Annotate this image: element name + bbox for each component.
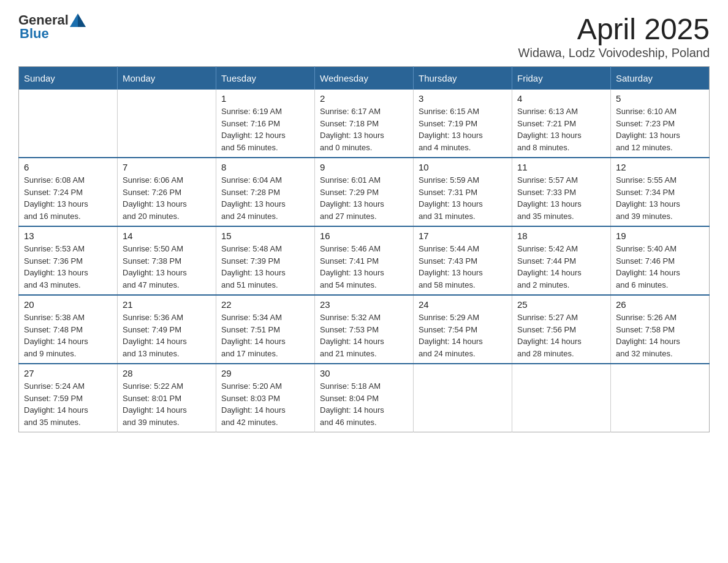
day-info: Sunrise: 5:34 AM Sunset: 7:51 PM Dayligh… <box>221 312 309 359</box>
calendar-cell: 17Sunrise: 5:44 AM Sunset: 7:43 PM Dayli… <box>414 226 512 295</box>
day-number: 16 <box>320 231 408 241</box>
day-number: 25 <box>517 299 605 310</box>
day-number: 10 <box>419 162 507 172</box>
day-number: 4 <box>517 93 605 104</box>
calendar-cell: 30Sunrise: 5:18 AM Sunset: 8:04 PM Dayli… <box>315 364 414 432</box>
day-number: 21 <box>123 299 211 310</box>
day-info: Sunrise: 6:04 AM Sunset: 7:28 PM Dayligh… <box>221 174 309 222</box>
calendar-cell: 13Sunrise: 5:53 AM Sunset: 7:36 PM Dayli… <box>19 226 118 295</box>
title-section: April 2025 Widawa, Lodz Voivodeship, Pol… <box>518 12 710 60</box>
day-info: Sunrise: 5:48 AM Sunset: 7:39 PM Dayligh… <box>221 243 309 291</box>
day-info: Sunrise: 5:42 AM Sunset: 7:44 PM Dayligh… <box>517 243 605 291</box>
calendar-cell: 10Sunrise: 5:59 AM Sunset: 7:31 PM Dayli… <box>414 158 512 226</box>
calendar-cell: 16Sunrise: 5:46 AM Sunset: 7:41 PM Dayli… <box>315 226 414 295</box>
calendar-cell: 11Sunrise: 5:57 AM Sunset: 7:33 PM Dayli… <box>512 158 611 226</box>
day-number: 11 <box>517 162 605 172</box>
day-number: 12 <box>616 162 704 172</box>
day-number: 20 <box>24 299 112 310</box>
day-info: Sunrise: 5:27 AM Sunset: 7:56 PM Dayligh… <box>517 312 605 359</box>
day-info: Sunrise: 6:19 AM Sunset: 7:16 PM Dayligh… <box>221 105 309 153</box>
day-number: 19 <box>616 231 704 241</box>
calendar-cell <box>19 90 118 158</box>
calendar-cell: 7Sunrise: 6:06 AM Sunset: 7:26 PM Daylig… <box>118 158 216 226</box>
day-info: Sunrise: 5:50 AM Sunset: 7:38 PM Dayligh… <box>123 243 211 291</box>
calendar-cell: 20Sunrise: 5:38 AM Sunset: 7:48 PM Dayli… <box>19 295 118 364</box>
day-number: 18 <box>517 231 605 241</box>
calendar-cell: 28Sunrise: 5:22 AM Sunset: 8:01 PM Dayli… <box>118 364 216 432</box>
calendar-cell: 14Sunrise: 5:50 AM Sunset: 7:38 PM Dayli… <box>118 226 216 295</box>
day-number: 1 <box>221 93 309 104</box>
day-info: Sunrise: 5:59 AM Sunset: 7:31 PM Dayligh… <box>419 174 507 222</box>
day-info: Sunrise: 5:57 AM Sunset: 7:33 PM Dayligh… <box>517 174 605 222</box>
logo-icon <box>70 13 86 27</box>
calendar-table: SundayMondayTuesdayWednesdayThursdayFrid… <box>18 66 710 432</box>
day-number: 26 <box>616 299 704 310</box>
day-info: Sunrise: 6:06 AM Sunset: 7:26 PM Dayligh… <box>123 174 211 222</box>
day-number: 8 <box>221 162 309 172</box>
day-number: 15 <box>221 231 309 241</box>
day-number: 9 <box>320 162 408 172</box>
day-info: Sunrise: 5:53 AM Sunset: 7:36 PM Dayligh… <box>24 243 112 291</box>
calendar-day-header: Wednesday <box>315 67 414 90</box>
day-number: 17 <box>419 231 507 241</box>
calendar-cell: 12Sunrise: 5:55 AM Sunset: 7:34 PM Dayli… <box>611 158 710 226</box>
day-number: 27 <box>24 368 112 378</box>
calendar-cell: 22Sunrise: 5:34 AM Sunset: 7:51 PM Dayli… <box>216 295 315 364</box>
day-info: Sunrise: 6:08 AM Sunset: 7:24 PM Dayligh… <box>24 174 112 222</box>
page-header: General Blue April 2025 Widawa, Lodz Voi… <box>18 12 710 60</box>
calendar-week-row: 20Sunrise: 5:38 AM Sunset: 7:48 PM Dayli… <box>19 295 710 364</box>
calendar-cell: 21Sunrise: 5:36 AM Sunset: 7:49 PM Dayli… <box>118 295 216 364</box>
calendar-week-row: 6Sunrise: 6:08 AM Sunset: 7:24 PM Daylig… <box>19 158 710 226</box>
page-title: April 2025 <box>518 12 710 46</box>
day-info: Sunrise: 5:40 AM Sunset: 7:46 PM Dayligh… <box>616 243 704 291</box>
calendar-day-header: Friday <box>512 67 611 90</box>
calendar-header-row: SundayMondayTuesdayWednesdayThursdayFrid… <box>19 67 710 90</box>
calendar-cell <box>512 364 611 432</box>
day-info: Sunrise: 5:36 AM Sunset: 7:49 PM Dayligh… <box>123 312 211 359</box>
day-info: Sunrise: 5:29 AM Sunset: 7:54 PM Dayligh… <box>419 312 507 359</box>
day-info: Sunrise: 5:24 AM Sunset: 7:59 PM Dayligh… <box>24 380 112 428</box>
day-number: 23 <box>320 299 408 310</box>
calendar-cell: 26Sunrise: 5:26 AM Sunset: 7:58 PM Dayli… <box>611 295 710 364</box>
calendar-cell: 5Sunrise: 6:10 AM Sunset: 7:23 PM Daylig… <box>611 90 710 158</box>
day-info: Sunrise: 5:26 AM Sunset: 7:58 PM Dayligh… <box>616 312 704 359</box>
day-info: Sunrise: 6:17 AM Sunset: 7:18 PM Dayligh… <box>320 105 408 153</box>
calendar-cell <box>118 90 216 158</box>
calendar-week-row: 1Sunrise: 6:19 AM Sunset: 7:16 PM Daylig… <box>19 90 710 158</box>
day-number: 13 <box>24 231 112 241</box>
day-number: 22 <box>221 299 309 310</box>
logo: General Blue <box>18 12 86 42</box>
calendar-day-header: Monday <box>118 67 216 90</box>
day-info: Sunrise: 6:15 AM Sunset: 7:19 PM Dayligh… <box>419 105 507 153</box>
day-number: 2 <box>320 93 408 104</box>
day-number: 3 <box>419 93 507 104</box>
page-subtitle: Widawa, Lodz Voivodeship, Poland <box>518 46 710 60</box>
day-number: 28 <box>123 368 211 378</box>
calendar-cell: 24Sunrise: 5:29 AM Sunset: 7:54 PM Dayli… <box>414 295 512 364</box>
day-number: 29 <box>221 368 309 378</box>
day-number: 7 <box>123 162 211 172</box>
calendar-cell: 1Sunrise: 6:19 AM Sunset: 7:16 PM Daylig… <box>216 90 315 158</box>
day-info: Sunrise: 6:01 AM Sunset: 7:29 PM Dayligh… <box>320 174 408 222</box>
calendar-cell: 6Sunrise: 6:08 AM Sunset: 7:24 PM Daylig… <box>19 158 118 226</box>
calendar-week-row: 27Sunrise: 5:24 AM Sunset: 7:59 PM Dayli… <box>19 364 710 432</box>
calendar-cell: 25Sunrise: 5:27 AM Sunset: 7:56 PM Dayli… <box>512 295 611 364</box>
calendar-cell: 19Sunrise: 5:40 AM Sunset: 7:46 PM Dayli… <box>611 226 710 295</box>
day-number: 5 <box>616 93 704 104</box>
calendar-cell: 4Sunrise: 6:13 AM Sunset: 7:21 PM Daylig… <box>512 90 611 158</box>
day-number: 24 <box>419 299 507 310</box>
logo-text-blue: Blue <box>20 26 49 42</box>
calendar-day-header: Thursday <box>414 67 512 90</box>
calendar-cell <box>414 364 512 432</box>
calendar-day-header: Sunday <box>19 67 118 90</box>
calendar-cell: 15Sunrise: 5:48 AM Sunset: 7:39 PM Dayli… <box>216 226 315 295</box>
calendar-cell: 9Sunrise: 6:01 AM Sunset: 7:29 PM Daylig… <box>315 158 414 226</box>
day-number: 30 <box>320 368 408 378</box>
calendar-cell: 8Sunrise: 6:04 AM Sunset: 7:28 PM Daylig… <box>216 158 315 226</box>
calendar-day-header: Saturday <box>611 67 710 90</box>
calendar-week-row: 13Sunrise: 5:53 AM Sunset: 7:36 PM Dayli… <box>19 226 710 295</box>
calendar-cell: 3Sunrise: 6:15 AM Sunset: 7:19 PM Daylig… <box>414 90 512 158</box>
calendar-cell: 27Sunrise: 5:24 AM Sunset: 7:59 PM Dayli… <box>19 364 118 432</box>
day-info: Sunrise: 6:13 AM Sunset: 7:21 PM Dayligh… <box>517 105 605 153</box>
day-number: 14 <box>123 231 211 241</box>
